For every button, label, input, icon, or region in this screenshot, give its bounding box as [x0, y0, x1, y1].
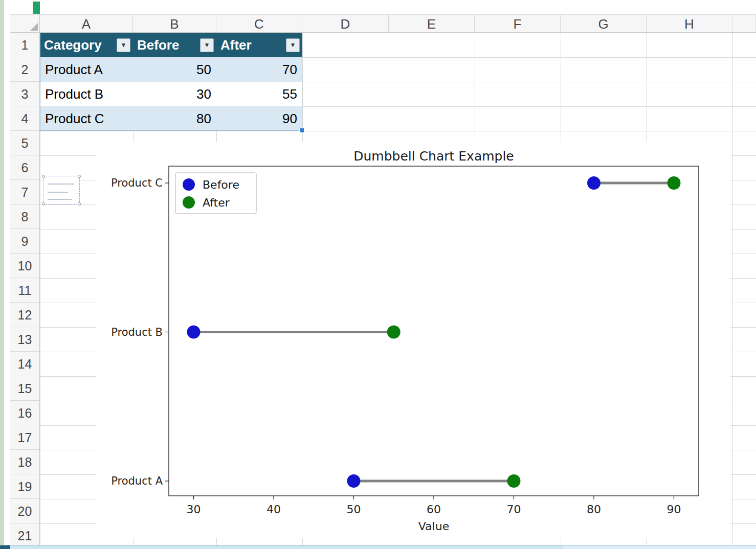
row-header-9[interactable]: 9 — [10, 229, 40, 254]
filter-dropdown-icon: ▼ — [290, 42, 296, 48]
table-fill-handle[interactable] — [299, 128, 304, 133]
filter-dropdown-icon: ▼ — [204, 42, 210, 48]
row-header-10[interactable]: 10 — [10, 254, 40, 278]
filter-dropdown-icon: ▼ — [121, 42, 127, 48]
x-tick-label: 70 — [506, 503, 521, 516]
green-accent-chip — [33, 2, 40, 14]
x-tick-label: 50 — [347, 503, 361, 516]
table-header-after[interactable]: After▼ — [216, 33, 302, 57]
y-tick-label: Product B — [111, 326, 163, 338]
cell-after-product-b[interactable]: 55 — [216, 82, 302, 106]
bottom-left-block — [0, 545, 10, 549]
column-header-a[interactable]: A — [40, 14, 133, 33]
row-header-12[interactable]: 12 — [10, 303, 40, 327]
x-tick-label: 80 — [587, 503, 601, 516]
after-marker — [387, 326, 401, 339]
column-header-b[interactable]: B — [133, 14, 216, 33]
excel-window: ABCDEFGH 1234567891011121314151617181920… — [0, 0, 756, 549]
row-header-21[interactable]: 21 — [10, 523, 40, 548]
table-header-before[interactable]: Before▼ — [133, 33, 216, 57]
column-header-filler — [732, 14, 756, 33]
x-tick-label: 30 — [187, 503, 201, 516]
gridline-horizontal — [40, 131, 756, 131]
cell-after-product-a[interactable]: 70 — [216, 57, 302, 82]
select-all-corner[interactable] — [10, 14, 40, 33]
row-header-5[interactable]: 5 — [10, 131, 40, 155]
row-header-16[interactable]: 16 — [10, 401, 40, 425]
column-header-e[interactable]: E — [389, 14, 475, 33]
table-header-label: Category — [44, 37, 102, 53]
column-header-h[interactable]: H — [647, 14, 732, 33]
table-header-category[interactable]: Category▼ — [40, 33, 133, 57]
thumbnail-line — [48, 184, 74, 185]
before-marker — [587, 176, 601, 190]
selection-handle[interactable] — [78, 175, 81, 178]
thumbnail-line — [48, 192, 68, 193]
x-tick-label: 90 — [666, 503, 681, 516]
window-bottom-edge — [0, 545, 756, 549]
row-header-13[interactable]: 13 — [10, 327, 40, 352]
column-header-c[interactable]: C — [216, 14, 302, 33]
legend-label: After — [203, 196, 230, 209]
window-left-edge — [0, 0, 4, 549]
x-axis-label: Value — [418, 520, 449, 533]
row-header-11[interactable]: 11 — [10, 278, 40, 303]
y-tick-label: Product C — [111, 177, 163, 189]
column-header-d[interactable]: D — [302, 14, 389, 33]
row-header-17[interactable]: 17 — [10, 425, 40, 450]
column-header-f[interactable]: F — [475, 14, 561, 33]
row-header-14[interactable]: 14 — [10, 352, 40, 376]
cell-before-product-b[interactable]: 30 — [133, 82, 216, 106]
formula-bar-remnant — [4, 0, 756, 14]
row-header-19[interactable]: 19 — [10, 474, 40, 499]
embedded-chart-thumbnail[interactable] — [43, 176, 80, 204]
legend-marker-before — [183, 178, 195, 191]
select-all-triangle-icon — [30, 23, 38, 31]
after-marker — [667, 176, 680, 190]
x-tick-label: 60 — [427, 503, 441, 516]
row-header-4[interactable]: 4 — [10, 106, 40, 131]
table-header-label: Before — [137, 37, 179, 53]
gridline-vertical — [732, 33, 733, 545]
before-marker — [187, 326, 201, 339]
before-marker — [347, 474, 361, 488]
row-header-1[interactable]: 1 — [10, 33, 40, 57]
filter-dropdown-button[interactable]: ▼ — [286, 38, 300, 52]
row-header-3[interactable]: 3 — [10, 82, 40, 106]
y-tick-label: Product A — [111, 475, 163, 487]
filter-dropdown-button[interactable]: ▼ — [117, 38, 130, 52]
cell-after-product-c[interactable]: 90 — [216, 106, 302, 131]
table-header-label: After — [220, 37, 252, 53]
selection-handle[interactable] — [78, 202, 81, 205]
row-header-15[interactable]: 15 — [10, 376, 40, 401]
after-marker — [507, 474, 520, 488]
cell-before-product-a[interactable]: 50 — [133, 57, 216, 82]
row-header-20[interactable]: 20 — [10, 499, 40, 523]
cell-before-product-c[interactable]: 80 — [133, 106, 216, 131]
row-header-8[interactable]: 8 — [10, 204, 40, 229]
filter-dropdown-button[interactable]: ▼ — [200, 38, 214, 52]
bottom-right-block — [563, 545, 756, 549]
selection-handle[interactable] — [42, 175, 45, 178]
row-header-7[interactable]: 7 — [10, 180, 40, 204]
cell-category-product-c[interactable]: Product C — [40, 106, 133, 131]
x-tick-label: 40 — [266, 503, 281, 516]
cell-category-product-b[interactable]: Product B — [40, 82, 133, 106]
chart-title: Dumbbell Chart Example — [353, 149, 514, 164]
legend-label: Before — [203, 178, 239, 191]
thumbnail-line — [48, 199, 72, 200]
row-header-18[interactable]: 18 — [10, 450, 40, 474]
legend-marker-after — [183, 196, 195, 209]
dumbbell-chart-svg: Dumbbell Chart Example30405060708090Valu… — [96, 142, 730, 538]
selection-handle[interactable] — [42, 202, 45, 205]
row-header-2[interactable]: 2 — [10, 57, 40, 82]
column-header-g[interactable]: G — [561, 14, 647, 33]
cell-category-product-a[interactable]: Product A — [40, 57, 133, 82]
row-header-6[interactable]: 6 — [10, 155, 40, 180]
dumbbell-chart-object[interactable]: Dumbbell Chart Example30405060708090Valu… — [96, 142, 730, 538]
